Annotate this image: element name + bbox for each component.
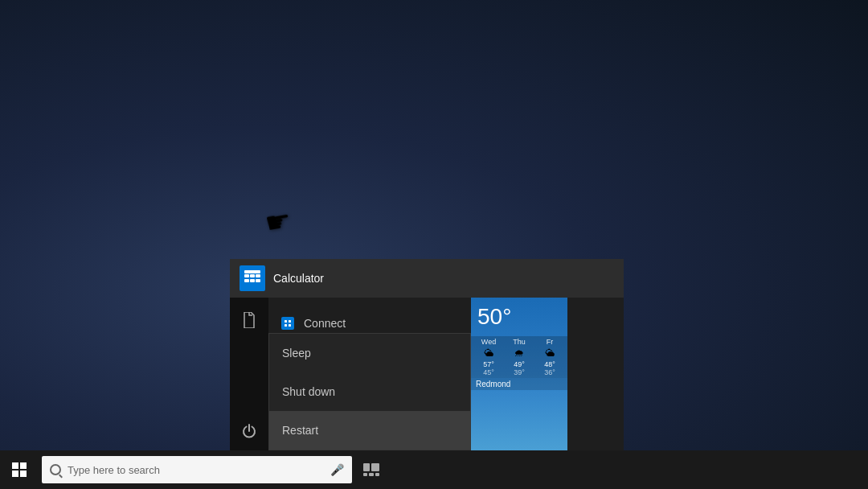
weather-top: 50° bbox=[471, 298, 567, 336]
weather-day-wed-name: Wed bbox=[474, 338, 503, 346]
weather-city: Redmond bbox=[471, 378, 567, 390]
weather-day-thu-low: 39° bbox=[505, 368, 534, 376]
search-icon bbox=[50, 464, 61, 475]
svg-rect-5 bbox=[363, 463, 370, 471]
shutdown-button[interactable]: Shut down bbox=[269, 372, 470, 411]
connect-icon bbox=[281, 317, 294, 330]
desktop: Calculator bbox=[0, 0, 868, 489]
svg-rect-1 bbox=[289, 320, 291, 323]
weather-day-wed-low: 45° bbox=[474, 368, 503, 376]
weather-day-fri-icon: 🌥 bbox=[535, 347, 564, 359]
start-button[interactable] bbox=[0, 450, 39, 489]
microphone-icon[interactable]: 🎤 bbox=[330, 463, 344, 476]
svg-rect-9 bbox=[375, 473, 379, 476]
windows-icon-q4 bbox=[20, 471, 27, 477]
docs-icon[interactable] bbox=[235, 306, 264, 335]
power-button[interactable] bbox=[230, 412, 268, 450]
weather-day-fri: Fr 🌥 48° 36° bbox=[535, 338, 564, 376]
weather-day-fri-low: 36° bbox=[535, 368, 564, 376]
power-submenu: Sleep Shut down Restart bbox=[268, 333, 471, 450]
calculator-label: Calculator bbox=[273, 272, 324, 285]
start-menu-left: Sleep Shut down Restart bbox=[230, 298, 471, 450]
weather-day-fri-high: 48° bbox=[535, 360, 564, 368]
start-menu: Calculator bbox=[230, 259, 624, 450]
calculator-icon-wrapper bbox=[240, 265, 265, 291]
taskbar: Type here to search 🎤 bbox=[0, 450, 868, 489]
windows-icon-q3 bbox=[12, 471, 18, 477]
svg-rect-6 bbox=[371, 463, 379, 471]
sleep-button[interactable]: Sleep bbox=[269, 334, 470, 372]
start-menu-top: Calculator bbox=[230, 259, 624, 298]
search-placeholder: Type here to search bbox=[68, 464, 324, 476]
windows-icon-q1 bbox=[12, 462, 18, 469]
start-menu-body: Sleep Shut down Restart bbox=[230, 298, 624, 450]
weather-day-thu-icon: 🌧 bbox=[505, 347, 534, 359]
svg-rect-3 bbox=[289, 324, 291, 327]
search-bar[interactable]: Type here to search 🎤 bbox=[42, 456, 352, 483]
restart-button[interactable]: Restart bbox=[269, 411, 470, 450]
weather-day-wed: Wed 🌥 57° 45° bbox=[474, 338, 503, 376]
weather-day-thu: Thu 🌧 49° 39° bbox=[505, 338, 534, 376]
weather-tile[interactable]: 50° Wed 🌥 57° 45° Thu 🌧 49° bbox=[471, 298, 567, 450]
windows-icon bbox=[12, 462, 27, 477]
weather-days: Wed 🌥 57° 45° Thu 🌧 49° 39° Fr bbox=[471, 336, 567, 378]
weather-day-thu-high: 49° bbox=[505, 360, 534, 368]
svg-rect-2 bbox=[285, 324, 287, 327]
weather-day-thu-name: Thu bbox=[505, 338, 534, 346]
svg-rect-8 bbox=[369, 473, 374, 476]
svg-rect-7 bbox=[363, 473, 367, 476]
weather-temperature: 50° bbox=[477, 304, 561, 330]
svg-rect-0 bbox=[285, 320, 287, 323]
calculator-icon bbox=[244, 270, 260, 286]
cursor-hand: ☛ bbox=[263, 203, 294, 241]
windows-icon-q2 bbox=[20, 462, 27, 469]
weather-day-wed-icon: 🌥 bbox=[474, 347, 503, 359]
task-view-button[interactable] bbox=[358, 450, 384, 489]
weather-day-fri-name: Fr bbox=[535, 338, 564, 346]
weather-day-wed-high: 57° bbox=[474, 360, 503, 368]
start-menu-right: 50° Wed 🌥 57° 45° Thu 🌧 49° bbox=[471, 298, 624, 450]
